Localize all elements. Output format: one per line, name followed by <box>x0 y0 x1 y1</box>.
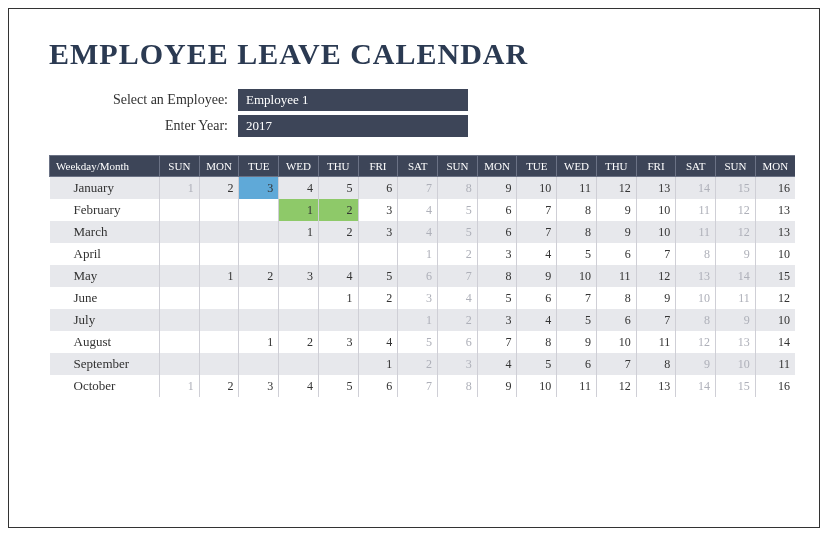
day-cell[interactable] <box>199 199 239 221</box>
day-cell[interactable]: 8 <box>438 177 478 200</box>
day-cell[interactable] <box>199 309 239 331</box>
day-cell[interactable]: 10 <box>557 265 597 287</box>
day-cell[interactable]: 13 <box>755 221 795 243</box>
day-cell[interactable]: 4 <box>398 221 438 243</box>
day-cell[interactable]: 9 <box>596 221 636 243</box>
day-cell[interactable]: 9 <box>676 353 716 375</box>
day-cell[interactable] <box>199 353 239 375</box>
day-cell[interactable]: 11 <box>676 221 716 243</box>
day-cell[interactable]: 1 <box>160 177 200 200</box>
day-cell[interactable]: 3 <box>239 375 279 397</box>
day-cell[interactable]: 8 <box>636 353 676 375</box>
day-cell[interactable]: 15 <box>755 265 795 287</box>
day-cell[interactable]: 6 <box>557 353 597 375</box>
day-cell[interactable]: 14 <box>755 331 795 353</box>
day-cell[interactable] <box>160 265 200 287</box>
day-cell[interactable] <box>279 243 319 265</box>
day-cell[interactable]: 10 <box>517 177 557 200</box>
day-cell[interactable]: 7 <box>636 243 676 265</box>
day-cell[interactable] <box>358 243 398 265</box>
day-cell[interactable]: 11 <box>557 375 597 397</box>
day-cell[interactable]: 14 <box>676 177 716 200</box>
day-cell[interactable]: 1 <box>398 309 438 331</box>
day-cell[interactable]: 2 <box>199 177 239 200</box>
day-cell[interactable]: 15 <box>716 375 756 397</box>
day-cell[interactable]: 5 <box>557 243 597 265</box>
day-cell[interactable]: 6 <box>477 221 517 243</box>
day-cell[interactable] <box>279 353 319 375</box>
day-cell[interactable]: 6 <box>596 243 636 265</box>
day-cell[interactable]: 12 <box>596 177 636 200</box>
day-cell[interactable]: 2 <box>239 265 279 287</box>
day-cell[interactable]: 11 <box>755 353 795 375</box>
day-cell[interactable]: 10 <box>755 243 795 265</box>
day-cell[interactable]: 2 <box>358 287 398 309</box>
day-cell[interactable]: 11 <box>636 331 676 353</box>
day-cell[interactable]: 6 <box>358 177 398 200</box>
day-cell[interactable]: 4 <box>358 331 398 353</box>
day-cell[interactable]: 5 <box>477 287 517 309</box>
day-cell[interactable]: 6 <box>438 331 478 353</box>
day-cell[interactable] <box>160 287 200 309</box>
day-cell[interactable]: 11 <box>596 265 636 287</box>
day-cell[interactable]: 10 <box>517 375 557 397</box>
day-cell[interactable]: 12 <box>716 221 756 243</box>
day-cell[interactable]: 13 <box>716 331 756 353</box>
day-cell[interactable]: 1 <box>160 375 200 397</box>
day-cell[interactable] <box>160 221 200 243</box>
day-cell[interactable]: 6 <box>517 287 557 309</box>
day-cell[interactable]: 12 <box>716 199 756 221</box>
day-cell[interactable]: 7 <box>596 353 636 375</box>
day-cell[interactable]: 16 <box>755 177 795 200</box>
day-cell[interactable]: 11 <box>557 177 597 200</box>
day-cell[interactable]: 1 <box>318 287 358 309</box>
day-cell[interactable] <box>160 243 200 265</box>
day-cell[interactable] <box>239 309 279 331</box>
day-cell[interactable]: 9 <box>477 375 517 397</box>
day-cell[interactable]: 4 <box>279 375 319 397</box>
day-cell[interactable]: 5 <box>438 221 478 243</box>
day-cell[interactable]: 13 <box>676 265 716 287</box>
day-cell[interactable]: 9 <box>477 177 517 200</box>
day-cell[interactable]: 3 <box>279 265 319 287</box>
day-cell[interactable]: 4 <box>517 243 557 265</box>
day-cell[interactable] <box>279 309 319 331</box>
day-cell[interactable]: 9 <box>716 309 756 331</box>
day-cell[interactable]: 4 <box>438 287 478 309</box>
day-cell[interactable]: 5 <box>358 265 398 287</box>
day-cell[interactable]: 6 <box>477 199 517 221</box>
day-cell[interactable] <box>318 309 358 331</box>
day-cell[interactable]: 1 <box>398 243 438 265</box>
day-cell[interactable]: 8 <box>557 199 597 221</box>
day-cell[interactable] <box>160 353 200 375</box>
day-cell[interactable]: 9 <box>596 199 636 221</box>
day-cell[interactable]: 1 <box>279 199 319 221</box>
day-cell[interactable]: 3 <box>358 221 398 243</box>
day-cell[interactable] <box>199 243 239 265</box>
day-cell[interactable]: 2 <box>199 375 239 397</box>
day-cell[interactable]: 10 <box>636 199 676 221</box>
day-cell[interactable]: 6 <box>358 375 398 397</box>
day-cell[interactable]: 11 <box>676 199 716 221</box>
day-cell[interactable]: 5 <box>318 177 358 200</box>
day-cell[interactable]: 12 <box>755 287 795 309</box>
day-cell[interactable]: 4 <box>279 177 319 200</box>
day-cell[interactable]: 12 <box>596 375 636 397</box>
day-cell[interactable] <box>160 199 200 221</box>
day-cell[interactable]: 3 <box>318 331 358 353</box>
day-cell[interactable]: 5 <box>398 331 438 353</box>
day-cell[interactable]: 4 <box>318 265 358 287</box>
day-cell[interactable]: 11 <box>716 287 756 309</box>
day-cell[interactable]: 9 <box>517 265 557 287</box>
day-cell[interactable]: 7 <box>398 177 438 200</box>
day-cell[interactable] <box>239 221 279 243</box>
day-cell[interactable]: 10 <box>716 353 756 375</box>
day-cell[interactable] <box>239 243 279 265</box>
day-cell[interactable]: 1 <box>358 353 398 375</box>
day-cell[interactable]: 6 <box>398 265 438 287</box>
day-cell[interactable]: 12 <box>636 265 676 287</box>
day-cell[interactable] <box>279 287 319 309</box>
day-cell[interactable]: 2 <box>398 353 438 375</box>
day-cell[interactable]: 7 <box>477 331 517 353</box>
day-cell[interactable]: 3 <box>477 243 517 265</box>
